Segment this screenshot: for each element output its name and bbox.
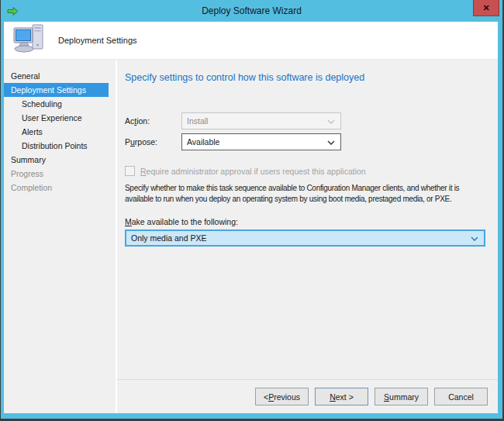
header-title: Deployment Settings [58,36,137,45]
description-text: Specify whether to make this task sequen… [125,183,485,205]
chevron-down-icon [327,137,335,147]
sidebar-item-alerts[interactable]: Alerts [4,125,109,139]
purpose-label: Purpose: [125,137,181,147]
wizard-nav-sidebar: General Deployment Settings Scheduling U… [4,60,117,413]
approval-row: Require administrator approval if users … [125,166,485,176]
sidebar-item-deployment-settings[interactable]: Deployment Settings [4,83,109,97]
cancel-button[interactable]: Cancel [434,388,488,405]
client-area: Deployment Settings General Deployment S… [4,22,498,413]
action-combobox: Install [181,112,341,129]
make-available-label: Make available to the following: [125,217,485,226]
summary-button[interactable]: Summary [375,388,428,405]
page-content: Specify settings to control how this sof… [117,60,498,379]
body: General Deployment Settings Scheduling U… [4,60,498,413]
titlebar[interactable]: Deploy Software Wizard ✕ [1,0,502,22]
purpose-combobox[interactable]: Available [181,133,341,150]
previous-button[interactable]: < Previous [255,388,309,405]
sidebar-item-scheduling[interactable]: Scheduling [4,97,109,111]
action-label: Action: [125,116,181,126]
computer-icon [12,23,47,57]
deploy-software-wizard-window: Deploy Software Wizard ✕ Deployment S [0,0,504,421]
make-available-combobox[interactable]: Only media and PXE [125,229,485,247]
wizard-header: Deployment Settings [4,22,498,60]
sidebar-item-summary[interactable]: Summary [4,153,109,167]
approval-checkbox-label: Require administrator approval if users … [140,167,366,176]
sidebar-item-distribution-points[interactable]: Distribution Points [4,139,109,153]
next-button[interactable]: Next > [315,388,368,405]
window-title: Deploy Software Wizard [1,5,502,16]
chevron-down-icon [471,233,478,243]
purpose-combobox-value: Available [187,137,219,147]
approval-checkbox [125,166,135,176]
wizard-footer: < Previous Next > Summary Cancel [117,379,498,413]
close-icon: ✕ [482,3,489,13]
sidebar-item-completion: Completion [4,181,109,195]
close-button[interactable]: ✕ [473,0,499,16]
chevron-down-icon [327,116,335,126]
sidebar-item-user-experience[interactable]: User Experience [4,111,109,125]
sidebar-item-progress: Progress [4,167,109,181]
sidebar-item-general[interactable]: General [4,69,109,83]
deployment-settings-form: Action: Install Purpose: Avai [125,112,485,150]
purpose-row: Purpose: Available [125,133,485,150]
make-available-combobox-value: Only media and PXE [131,233,206,243]
action-combobox-value: Install [187,116,208,126]
action-row: Action: Install [125,112,485,129]
page-heading: Specify settings to control how this sof… [125,72,485,83]
main-panel: Specify settings to control how this sof… [117,60,498,413]
